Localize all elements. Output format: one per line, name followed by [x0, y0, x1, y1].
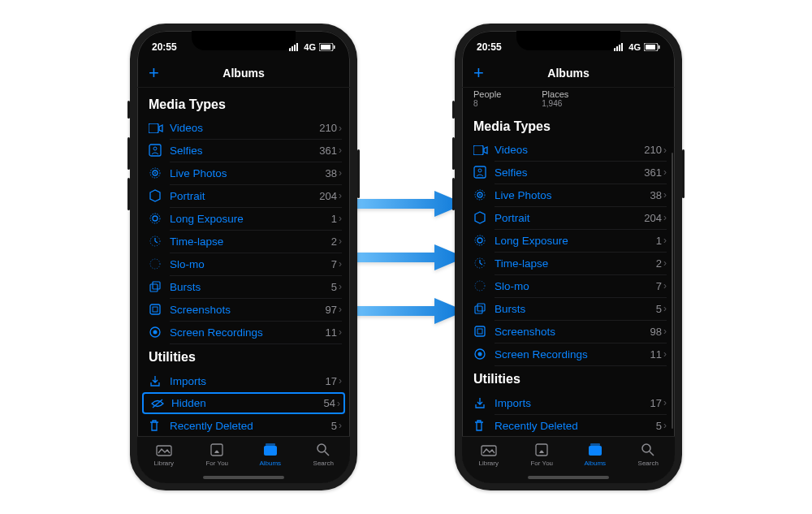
library-icon [481, 442, 497, 458]
row-videos[interactable]: Videos 210 › [137, 117, 350, 139]
add-button[interactable]: + [473, 63, 484, 84]
row-hidden-highlighted[interactable]: Hidden 54 › [142, 392, 345, 414]
hidden-icon [150, 398, 171, 409]
svg-rect-37 [473, 145, 483, 155]
row-long-exposure[interactable]: Long Exposure 1 › [462, 229, 675, 252]
svg-rect-47 [475, 306, 482, 313]
tab-label: Library [154, 460, 174, 467]
row-recently-deleted[interactable]: Recently Deleted 5 › [462, 414, 675, 436]
row-count: 38 [326, 167, 337, 179]
live-photos-icon [149, 166, 170, 179]
row-live-photos[interactable]: Live Photos 38 › [462, 184, 675, 206]
row-selfies[interactable]: Selfies 361 › [137, 139, 350, 162]
row-slomo[interactable]: Slo-mo 7 › [462, 274, 675, 297]
row-count: 361 [644, 166, 662, 179]
row-count: 98 [650, 326, 662, 338]
row-label: Imports [170, 375, 326, 387]
svg-point-39 [478, 169, 482, 172]
row-label: Screenshots [170, 304, 326, 316]
tab-for-you[interactable]: For You [191, 442, 244, 467]
row-count: 2 [331, 235, 337, 248]
row-label: Live Photos [170, 167, 326, 179]
content-scroll[interactable]: Media Types Videos 210 › Selfies 361 › L… [137, 88, 350, 436]
albums-icon [262, 442, 279, 458]
home-indicator[interactable] [528, 476, 609, 479]
svg-rect-26 [264, 446, 277, 456]
svg-rect-6 [334, 45, 335, 49]
library-icon [156, 442, 172, 458]
timelapse-icon [473, 257, 495, 270]
row-count: 97 [326, 304, 337, 316]
notch [192, 31, 296, 50]
tab-library[interactable]: Library [137, 442, 191, 467]
svg-rect-48 [477, 304, 485, 311]
screen-recordings-icon [149, 326, 170, 339]
row-bursts[interactable]: Bursts 5 › [137, 275, 350, 298]
tab-albums[interactable]: Albums [568, 442, 622, 467]
row-label: Screenshots [495, 326, 650, 338]
tab-albums[interactable]: Albums [244, 442, 297, 467]
tab-label: Search [638, 460, 659, 467]
row-long-exposure[interactable]: Long Exposure 1 › [137, 207, 350, 230]
svg-rect-32 [619, 45, 620, 51]
row-screenshots[interactable]: Screenshots 97 › [137, 298, 350, 321]
bursts-icon [149, 280, 170, 293]
row-label: Imports [495, 397, 650, 409]
row-timelapse[interactable]: Time-lapse 2 › [137, 230, 350, 253]
svg-rect-55 [589, 446, 602, 456]
row-slomo[interactable]: Slo-mo 7 › [137, 253, 350, 275]
row-label: Selfies [495, 166, 644, 179]
row-label: Portrait [170, 190, 319, 202]
add-button[interactable]: + [149, 63, 159, 84]
svg-rect-33 [621, 43, 623, 51]
row-selfies[interactable]: Selfies 361 › [462, 161, 675, 184]
row-label: Slo-mo [495, 280, 656, 292]
row-imports[interactable]: Imports 17 › [137, 369, 350, 392]
home-indicator[interactable] [203, 476, 284, 479]
long-exposure-icon [149, 212, 170, 225]
mini-album-places[interactable]: Places 1,946 [542, 89, 568, 108]
svg-point-43 [475, 235, 485, 245]
tab-search[interactable]: Search [622, 442, 676, 467]
row-imports[interactable]: Imports 17 › [462, 391, 675, 414]
album-grid-preview: People 8 Places 1,946 [462, 88, 675, 113]
trash-icon [149, 419, 170, 432]
row-videos[interactable]: Videos 210 › [462, 139, 675, 161]
content-scroll[interactable]: People 8 Places 1,946 Media Types Videos… [462, 88, 675, 436]
nav-bar: + Albums [137, 58, 350, 88]
row-screen-recordings[interactable]: Screen Recordings 11 › [462, 343, 675, 365]
svg-rect-2 [294, 45, 296, 51]
chevron-right-icon: › [339, 167, 342, 179]
tab-library[interactable]: Library [462, 442, 516, 467]
row-live-photos[interactable]: Live Photos 38 › [137, 162, 350, 184]
selfie-icon [149, 144, 170, 157]
svg-point-28 [317, 444, 326, 452]
row-bursts[interactable]: Bursts 5 › [462, 297, 675, 320]
tab-search[interactable]: Search [297, 442, 351, 467]
tab-for-you[interactable]: For You [516, 442, 569, 467]
row-recently-deleted[interactable]: Recently Deleted 5 › [137, 414, 350, 436]
mini-album-people[interactable]: People 8 [473, 89, 501, 108]
row-label: Videos [495, 144, 644, 156]
svg-point-12 [154, 172, 156, 174]
chevron-right-icon: › [339, 375, 342, 387]
chevron-right-icon: › [663, 189, 667, 201]
section-media-types: Media Types [462, 113, 675, 139]
battery-icon [319, 43, 335, 51]
svg-rect-17 [150, 284, 158, 292]
svg-point-42 [479, 194, 481, 196]
svg-rect-50 [477, 329, 482, 334]
svg-rect-27 [266, 443, 275, 446]
section-utilities: Utilities [137, 343, 350, 369]
row-label: Bursts [170, 281, 331, 293]
svg-rect-31 [616, 46, 618, 51]
row-timelapse[interactable]: Time-lapse 2 › [462, 252, 675, 274]
row-portrait[interactable]: Portrait 204 › [462, 206, 675, 229]
svg-point-57 [642, 444, 650, 452]
svg-point-13 [150, 214, 160, 223]
row-screenshots[interactable]: Screenshots 98 › [462, 320, 675, 343]
row-screen-recordings[interactable]: Screen Recordings 11 › [137, 321, 350, 343]
row-portrait[interactable]: Portrait 204 › [137, 184, 350, 207]
tab-label: For You [530, 460, 553, 467]
row-count: 1 [331, 213, 337, 225]
